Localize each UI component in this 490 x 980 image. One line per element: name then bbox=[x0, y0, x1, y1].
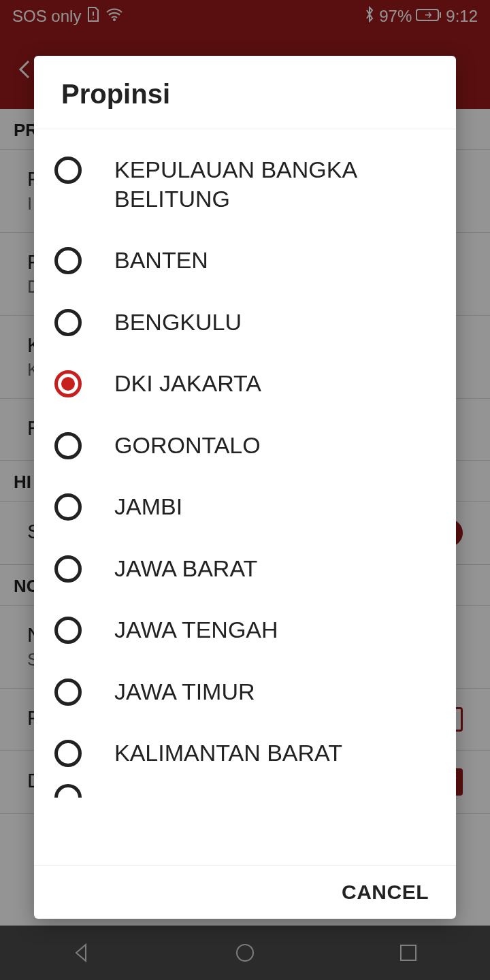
radio-option[interactable]: KALIMANTAN BARAT bbox=[34, 722, 456, 784]
radio-icon bbox=[54, 432, 82, 459]
radio-label: BENGKULU bbox=[114, 308, 242, 337]
dialog-option-list[interactable]: KEPULAUAN BANGKA BELITUNGBANTENBENGKULUD… bbox=[34, 129, 456, 865]
cancel-button[interactable]: CANCEL bbox=[342, 881, 429, 904]
radio-option[interactable]: JAMBI bbox=[34, 476, 456, 538]
radio-label: BANTEN bbox=[114, 246, 208, 275]
radio-icon bbox=[54, 157, 82, 184]
radio-label: DKI JAKARTA bbox=[114, 369, 261, 398]
radio-icon bbox=[54, 555, 82, 583]
radio-option[interactable]: JAWA BARAT bbox=[34, 538, 456, 600]
radio-label: JAWA TIMUR bbox=[114, 677, 255, 706]
radio-icon bbox=[54, 370, 82, 397]
radio-label: KALIMANTAN BARAT bbox=[114, 738, 342, 768]
radio-option[interactable]: KEPULAUAN BANGKA BELITUNG bbox=[34, 142, 456, 229]
radio-label: JAMBI bbox=[114, 492, 182, 521]
province-dialog: Propinsi KEPULAUAN BANGKA BELITUNGBANTEN… bbox=[34, 56, 456, 919]
radio-icon bbox=[54, 740, 82, 767]
radio-option[interactable]: JAWA TIMUR bbox=[34, 661, 456, 723]
radio-icon bbox=[54, 493, 82, 521]
radio-option[interactable]: DKI JAKARTA bbox=[34, 353, 456, 414]
radio-icon bbox=[54, 617, 82, 644]
radio-option[interactable]: JAWA TENGAH bbox=[34, 599, 456, 661]
radio-label: KEPULAUAN BANGKA BELITUNG bbox=[114, 155, 436, 213]
radio-label: JAWA TENGAH bbox=[114, 615, 278, 644]
radio-icon bbox=[54, 679, 82, 706]
radio-icon bbox=[54, 309, 82, 336]
radio-icon bbox=[54, 784, 82, 798]
dialog-actions: CANCEL bbox=[34, 865, 456, 919]
radio-option[interactable]: GORONTALO bbox=[34, 414, 456, 476]
radio-icon bbox=[54, 247, 82, 274]
radio-option[interactable]: BENGKULU bbox=[34, 291, 456, 353]
radio-label: GORONTALO bbox=[114, 431, 261, 460]
radio-label: JAWA BARAT bbox=[114, 554, 257, 583]
radio-option[interactable]: BANTEN bbox=[34, 229, 456, 291]
dialog-title: Propinsi bbox=[34, 56, 456, 129]
